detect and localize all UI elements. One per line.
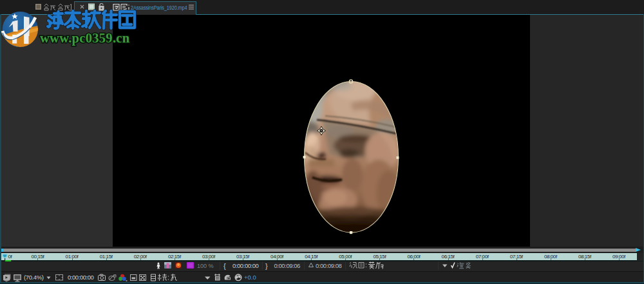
svg-text:100 %: 100 % <box>197 263 214 269</box>
svg-text:0:00:00:00: 0:00:00:00 <box>232 262 259 269</box>
svg-text:(70.4%): (70.4%) <box>24 274 44 281</box>
svg-text:+0.0: +0.0 <box>244 274 256 281</box>
svg-text:0:00:09:08: 0:00:09:08 <box>316 262 342 269</box>
svg-text:}: } <box>265 262 268 270</box>
svg-text:{: { <box>223 262 226 270</box>
svg-text:0:00:09:06: 0:00:09:06 <box>274 262 301 269</box>
svg-text:0:00:00:00: 0:00:00:00 <box>68 274 94 281</box>
svg-text:www.pc0359.cn: www.pc0359.cn <box>40 31 130 46</box>
